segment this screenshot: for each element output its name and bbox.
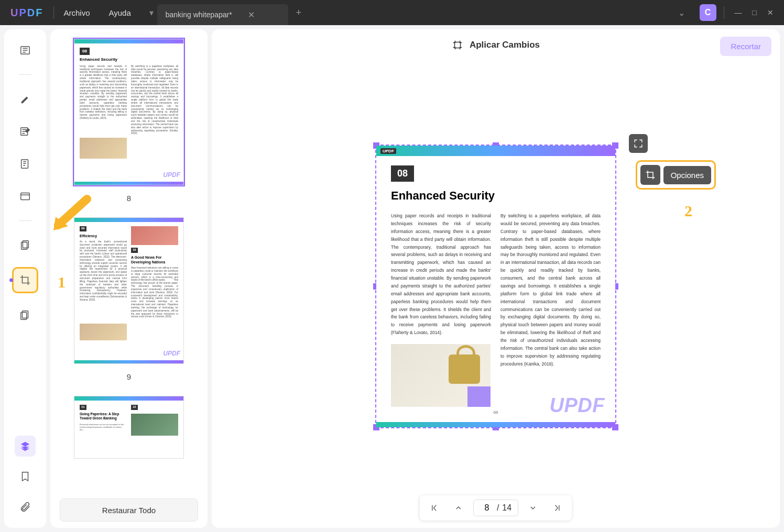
svg-rect-2: [21, 160, 28, 169]
prev-page-button[interactable]: [449, 498, 468, 517]
apply-changes-title: Aplicar Cambios: [470, 40, 540, 50]
highlighter-tool-icon[interactable]: [15, 88, 36, 109]
thumbnail-panel: 08 Enhanced Security Using paper records…: [50, 29, 208, 528]
titlebar: UPDF Archivo Ayuda ▾ banking whitepapar*…: [0, 0, 784, 25]
maximize-button[interactable]: □: [753, 8, 757, 17]
crop-tool-icon[interactable]: [12, 267, 38, 293]
minimize-button[interactable]: —: [735, 8, 742, 17]
edit-text-tool-icon[interactable]: [15, 121, 36, 142]
close-window-button[interactable]: ✕: [767, 8, 774, 17]
first-page-button[interactable]: [425, 498, 444, 517]
doc-column-right: By switching to a paperless workplace, a…: [500, 212, 601, 407]
document-page: UPDF 08 Enhanced Security Using paper re…: [376, 146, 615, 427]
thumbnail-label: 9: [60, 372, 198, 381]
annotation-number-2: 2: [684, 202, 692, 220]
crop-button[interactable]: Recortar: [720, 37, 771, 56]
restore-all-button[interactable]: Restaurar Todo: [60, 498, 198, 522]
page-number-input[interactable]: [480, 503, 494, 513]
menu-ayuda[interactable]: Ayuda: [99, 8, 140, 17]
page-thumbnail-8[interactable]: 08 Enhanced Security Using paper records…: [74, 39, 184, 185]
tab-list-dropdown[interactable]: ▾: [146, 7, 157, 18]
next-page-button[interactable]: [524, 498, 542, 517]
close-tab-icon[interactable]: ✕: [248, 10, 255, 20]
crop-options-button[interactable]: Opciones: [636, 160, 716, 190]
watermark-text: UPDF: [163, 350, 180, 358]
doc-title: Enhanced Security: [391, 189, 601, 203]
svg-rect-8: [454, 42, 460, 48]
content-header: Aplicar Cambios Recortar: [212, 29, 780, 61]
doc-page-number-box: 08: [391, 165, 414, 182]
form-tool-icon[interactable]: [15, 186, 36, 207]
side-toolbar: [4, 29, 46, 528]
titlebar-menu-chevron[interactable]: ⌄: [671, 2, 692, 23]
watermark-text: UPDF: [163, 171, 180, 180]
doc-column-left: Using paper records and receipts in trad…: [391, 212, 491, 407]
app-logo: UPDF: [0, 7, 53, 19]
page-number-field[interactable]: / 14: [473, 500, 518, 516]
annotation-number-1: 1: [58, 273, 66, 291]
annotation-arrow-icon: [50, 194, 92, 236]
page-thumbnail-9[interactable]: 09 Efficiency As a result, the bank's co…: [74, 217, 184, 364]
page-watermark: UPDF: [550, 394, 605, 417]
doc-image: [391, 344, 491, 407]
thumb-page-title: Enhanced Security: [80, 57, 178, 62]
tab-title: banking whitepapar*: [166, 10, 232, 19]
bookmark-tool-icon[interactable]: [15, 466, 36, 487]
add-tab-button[interactable]: +: [288, 2, 309, 23]
svg-rect-3: [21, 193, 30, 200]
reader-tool-icon[interactable]: [15, 40, 36, 61]
crop-frame[interactable]: UPDF 08 Enhanced Security Using paper re…: [375, 145, 616, 428]
thumb-page-num: 08: [80, 48, 90, 55]
page-navigation: / 14: [420, 495, 572, 520]
expand-crop-button[interactable]: [629, 134, 648, 153]
copy-pages-tool-icon[interactable]: [15, 235, 36, 256]
layers-tool-icon[interactable]: [15, 436, 36, 457]
last-page-button[interactable]: [548, 498, 567, 517]
user-avatar[interactable]: C: [700, 4, 716, 21]
page-tool-icon[interactable]: [15, 153, 36, 174]
page-total: 14: [502, 503, 511, 513]
crop-options-label: Opciones: [663, 166, 711, 184]
document-tab[interactable]: banking whitepapar* ✕: [157, 4, 288, 25]
crop-options-icon: [640, 165, 660, 185]
menu-archivo[interactable]: Archivo: [54, 8, 99, 17]
watermark-tool-icon[interactable]: [15, 305, 36, 326]
attachment-tool-icon[interactable]: [15, 496, 36, 517]
doc-brand-badge: UPDF: [380, 148, 396, 154]
page-size-icon: [452, 39, 463, 51]
page-thumbnail-10[interactable]: 11 Going Paperless: A Step Toward Green …: [74, 396, 184, 459]
content-area: Aplicar Cambios Recortar Opciones 2: [212, 29, 780, 528]
